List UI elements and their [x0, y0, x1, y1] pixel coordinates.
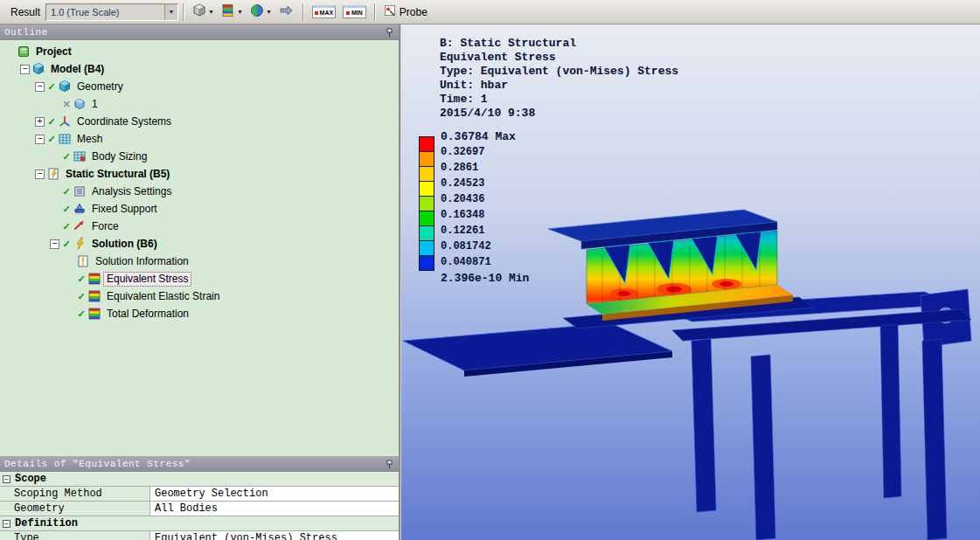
tree-item-label[interactable]: Geometry: [74, 80, 126, 93]
row-value[interactable]: All Bodies: [150, 502, 399, 515]
tree-item-solution-b6[interactable]: −✓Solution (B6): [0, 235, 399, 253]
legend-value: 0.32697: [441, 146, 484, 158]
geometry-icon: [58, 80, 72, 93]
legend-value: 0.20436: [441, 193, 484, 205]
tree-item-fixed-support[interactable]: ✓Fixed Support: [0, 200, 399, 218]
static-icon: [46, 167, 60, 181]
row-value[interactable]: Geometry Selection: [150, 488, 399, 500]
outline-panel: Outline Project−Model (B4)−✓Geometry✕1+✓…: [0, 24, 400, 456]
tree-item-label[interactable]: Force: [89, 220, 122, 233]
chevron-down-icon[interactable]: ▼: [164, 4, 177, 20]
tree-item-project[interactable]: Project: [0, 43, 399, 60]
pin-icon[interactable]: [385, 460, 394, 469]
tree-item-label[interactable]: Equivalent Stress: [104, 273, 191, 286]
graphics-viewport[interactable]: B: Static StructuralEquivalent StressTyp…: [401, 24, 980, 540]
pin-icon[interactable]: [385, 28, 394, 38]
tree-item-label[interactable]: 1: [89, 98, 101, 111]
tree-item-force[interactable]: ✓Force: [0, 218, 399, 235]
max-icon: MAX: [312, 5, 336, 18]
tree-item-geometry[interactable]: −✓Geometry: [0, 78, 399, 95]
tree-item-label[interactable]: Equivalent Elastic Strain: [104, 290, 222, 303]
details-panel: Details of "Equivalent Stress" −ScopeSco…: [0, 456, 400, 540]
details-section-definition[interactable]: −Definition: [0, 516, 399, 531]
fixture-frame: [403, 289, 971, 540]
tree-item-label[interactable]: Solution Information: [93, 255, 191, 268]
tree-item-label[interactable]: Static Structural (B5): [63, 168, 172, 181]
bodysizing-icon: [73, 149, 87, 163]
tree-item-1[interactable]: ✕1: [0, 95, 399, 113]
probe-button[interactable]: Probe: [380, 3, 431, 22]
min-icon: MIN: [343, 5, 366, 18]
tree-item-static-structural-b5[interactable]: −Static Structural (B5): [0, 165, 399, 183]
row-value[interactable]: Equivalent (von-Mises) Stress: [150, 532, 399, 540]
tree-item-label[interactable]: Analysis Settings: [89, 185, 174, 198]
edges-button[interactable]: ▼: [247, 3, 275, 22]
legend-band: [419, 196, 434, 211]
legend-band: [419, 225, 434, 241]
tree-item-equivalent-elastic-strain[interactable]: ✓Equivalent Elastic Strain: [0, 287, 399, 305]
vectors-button[interactable]: [275, 3, 298, 22]
mesh-icon: [58, 132, 72, 146]
stress-legend[interactable]: 0.36784 Max0.326970.28610.245230.204360.…: [419, 136, 567, 294]
tree-item-label[interactable]: Total Deformation: [104, 308, 191, 321]
red-dot-icon: [315, 11, 318, 15]
collapse-toggle[interactable]: −: [35, 170, 45, 179]
details-grid: −ScopeScoping MethodGeometry SelectionGe…: [0, 472, 399, 540]
min-annotation-button[interactable]: MIN: [339, 3, 370, 22]
collapse-toggle[interactable]: −: [20, 65, 30, 74]
collapse-toggle[interactable]: −: [3, 475, 10, 483]
legend-value: 0.2861: [441, 162, 478, 174]
viewport-annotations: B: Static StructuralEquivalent StressTyp…: [440, 37, 678, 121]
tree-item-label[interactable]: Model (B4): [48, 63, 107, 76]
outline-tree: Project−Model (B4)−✓Geometry✕1+✓Coordina…: [0, 40, 399, 456]
tree-item-label[interactable]: Body Sizing: [89, 150, 149, 163]
max-annotation-button[interactable]: MAX: [309, 3, 339, 22]
check-mark: ✓: [61, 204, 72, 215]
scale-combobox[interactable]: 1.0 (True Scale) ▼: [45, 3, 178, 21]
max-icon-label: MAX: [320, 10, 334, 16]
chevron-down-icon: ▼: [266, 9, 272, 15]
collapse-toggle[interactable]: −: [50, 239, 59, 249]
tree-item-label[interactable]: Solution (B6): [89, 238, 160, 251]
expand-toggle[interactable]: +: [35, 117, 45, 127]
tree-item-mesh[interactable]: −✓Mesh: [0, 130, 399, 148]
check-mark: ✓: [61, 239, 72, 250]
suppress-mark: ✕: [61, 99, 72, 110]
check-mark: ✓: [76, 308, 87, 320]
contours-button[interactable]: ▼: [218, 3, 247, 22]
viewport-annotation-line: Equivalent Stress: [440, 51, 678, 65]
tree-item-model-b4[interactable]: −Model (B4): [0, 60, 399, 78]
outline-header: Outline: [0, 24, 399, 40]
check-mark: ✓: [46, 134, 57, 145]
collapse-toggle[interactable]: −: [35, 135, 45, 144]
model-icon: [31, 62, 45, 76]
result-menu[interactable]: Result: [5, 6, 45, 18]
tree-item-label[interactable]: Coordinate Systems: [74, 115, 174, 128]
toolbar-separator: [183, 3, 184, 21]
chevron-down-icon: ▼: [237, 9, 243, 15]
project-icon: [17, 45, 31, 59]
legend-band: [419, 151, 434, 167]
result-toolbar: Result 1.0 (True Scale) ▼ ▼ ▼ ▼ MAX MIN …: [0, 0, 980, 24]
toolbar-separator: [302, 3, 304, 21]
tree-item-label[interactable]: Fixed Support: [89, 203, 160, 216]
tree-item-label[interactable]: Project: [33, 45, 74, 59]
details-section-scope[interactable]: −Scope: [0, 472, 399, 487]
collapse-toggle[interactable]: −: [3, 520, 10, 528]
tree-item-analysis-settings[interactable]: ✓Analysis Settings: [0, 183, 399, 200]
tree-item-coordinate-systems[interactable]: +✓Coordinate Systems: [0, 113, 399, 130]
viewport-annotation-line: Unit: hbar: [440, 79, 678, 93]
min-icon-label: MIN: [351, 10, 363, 16]
stressed-bracket: [548, 210, 793, 321]
tree-item-solution-information[interactable]: Solution Information: [0, 253, 399, 270]
geometry-display-button[interactable]: ▼: [189, 3, 218, 22]
result-icon: [87, 289, 101, 303]
tree-item-equivalent-stress[interactable]: ✓Equivalent Stress: [0, 270, 399, 287]
tree-item-label[interactable]: Mesh: [74, 133, 105, 146]
check-mark: ✓: [61, 221, 72, 232]
details-header: Details of "Equivalent Stress": [0, 456, 399, 472]
collapse-toggle[interactable]: −: [35, 82, 45, 92]
tree-item-total-deformation[interactable]: ✓Total Deformation: [0, 305, 399, 322]
viewport-annotation-line: Type: Equivalent (von-Mises) Stress: [440, 65, 678, 79]
tree-item-body-sizing[interactable]: ✓Body Sizing: [0, 148, 399, 165]
